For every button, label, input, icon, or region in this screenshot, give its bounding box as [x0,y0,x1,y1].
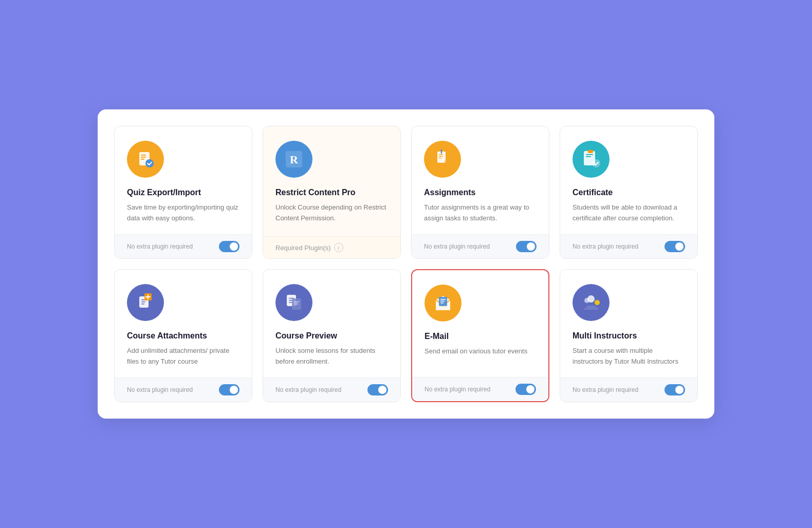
icon-email [425,285,462,322]
toggle-course-attachments[interactable] [219,384,239,395]
card-assignments: AssignmentsTutor assignments is a great … [411,126,549,259]
info-icon-restrict-content-pro[interactable]: i [334,243,343,252]
card-footer-certificate: No extra plugin required [560,234,697,258]
card-title-assignments: Assignments [424,188,537,197]
card-title-restrict-content-pro: Restrict Content Pro [275,188,388,197]
icon-quiz-export-import [127,141,164,178]
icon-restrict-content-pro: R [275,141,312,178]
svg-rect-8 [439,154,443,155]
svg-rect-34 [440,301,445,302]
card-body-assignments: AssignmentsTutor assignments is a great … [412,126,549,234]
toggle-multi-instructors[interactable] [665,384,685,395]
addon-grid: Quiz Export/ImportSave time by exporting… [114,126,698,402]
card-desc-certificate: Students will be able to download a cert… [573,202,685,224]
icon-course-preview [275,284,312,321]
card-footer-email: No extra plugin required [412,377,548,401]
footer-label-course-preview: No extra plugin required [275,386,341,393]
card-footer-quiz-export-import: No extra plugin required [115,234,252,258]
card-body-quiz-export-import: Quiz Export/ImportSave time by exporting… [115,126,252,234]
card-footer-multi-instructors: No extra plugin required [560,378,697,402]
toggle-course-preview[interactable] [367,384,388,395]
card-title-multi-instructors: Multi Instructors [573,331,685,341]
main-container: Quiz Export/ImportSave time by exporting… [98,109,714,418]
svg-point-37 [584,298,589,303]
svg-point-16 [592,159,600,167]
card-desc-email: Send email on various tutor events [425,346,536,357]
card-footer-restrict-content-pro: Required Plugin(s)i [263,236,400,258]
card-body-certificate: CertificateStudents will be able to down… [560,126,697,234]
card-title-quiz-export-import: Quiz Export/Import [127,188,239,197]
card-desc-course-preview: Unlock some lessons for students before … [275,346,388,367]
card-body-multi-instructors: Multi InstructorsStart a course with mul… [560,270,697,378]
card-body-course-attachments: Course AttachmentsAdd unlimited attachme… [115,270,252,378]
card-course-attachments: Course AttachmentsAdd unlimited attachme… [114,269,252,402]
svg-rect-3 [141,159,144,160]
card-title-certificate: Certificate [573,188,685,197]
footer-label-course-attachments: No extra plugin required [127,386,193,393]
card-body-course-preview: Course PreviewUnlock some lessons for st… [263,270,400,378]
card-course-preview: Course PreviewUnlock some lessons for st… [263,269,401,402]
icon-certificate [573,141,610,178]
card-quiz-export-import: Quiz Export/ImportSave time by exporting… [114,126,252,259]
svg-rect-15 [586,156,591,157]
card-body-email: E-MailSend email on various tutor events [412,270,548,377]
icon-assignments [424,141,461,178]
footer-label-assignments: No extra plugin required [424,243,490,250]
required-label-restrict-content-pro: Required Plugin(s) [275,244,331,252]
svg-rect-10 [439,158,441,159]
card-desc-restrict-content-pro: Unlock Course depending on Restrict Cont… [275,202,388,224]
svg-rect-35 [440,303,444,304]
svg-rect-1 [141,155,146,156]
svg-rect-2 [141,157,146,158]
svg-rect-21 [141,304,144,305]
svg-point-38 [595,300,600,305]
card-multi-instructors: Multi InstructorsStart a course with mul… [560,269,698,402]
card-desc-multi-instructors: Start a course with multiple instructors… [573,346,685,367]
card-restrict-content-pro: R Restrict Content ProUnlock Course depe… [263,126,401,259]
card-desc-quiz-export-import: Save time by exporting/importing quiz da… [127,202,239,224]
svg-rect-9 [439,156,443,157]
card-title-course-preview: Course Preview [275,331,388,341]
card-footer-course-attachments: No extra plugin required [115,378,252,402]
toggle-email[interactable] [515,384,536,395]
card-desc-assignments: Tutor assignments is a great way to assi… [424,202,537,224]
footer-label-multi-instructors: No extra plugin required [573,386,638,393]
toggle-quiz-export-import[interactable] [219,241,239,252]
card-title-course-attachments: Course Attachments [127,331,239,341]
svg-rect-31 [294,304,298,305]
icon-course-attachments [127,284,164,321]
card-certificate: CertificateStudents will be able to down… [560,126,698,259]
footer-label-certificate: No extra plugin required [573,243,638,250]
footer-label-quiz-export-import: No extra plugin required [127,243,193,250]
card-title-email: E-Mail [425,332,536,341]
svg-rect-14 [586,154,593,155]
svg-text:R: R [290,153,299,166]
card-desc-course-attachments: Add unlimited attachments/ private files… [127,346,239,367]
svg-rect-17 [588,150,593,153]
icon-multi-instructors [573,284,610,321]
footer-label-email: No extra plugin required [425,386,490,393]
card-body-restrict-content-pro: R Restrict Content ProUnlock Course depe… [263,126,400,236]
card-email: E-MailSend email on various tutor events… [411,269,549,402]
card-footer-assignments: No extra plugin required [412,234,549,258]
card-footer-course-preview: No extra plugin required [263,378,400,402]
svg-rect-33 [440,299,446,300]
svg-rect-20 [141,301,145,303]
required-text-restrict-content-pro: Required Plugin(s)i [275,243,343,252]
svg-rect-28 [289,302,292,303]
toggle-certificate[interactable] [665,241,685,252]
svg-rect-30 [294,301,299,303]
toggle-assignments[interactable] [516,241,537,252]
svg-point-4 [145,159,154,167]
